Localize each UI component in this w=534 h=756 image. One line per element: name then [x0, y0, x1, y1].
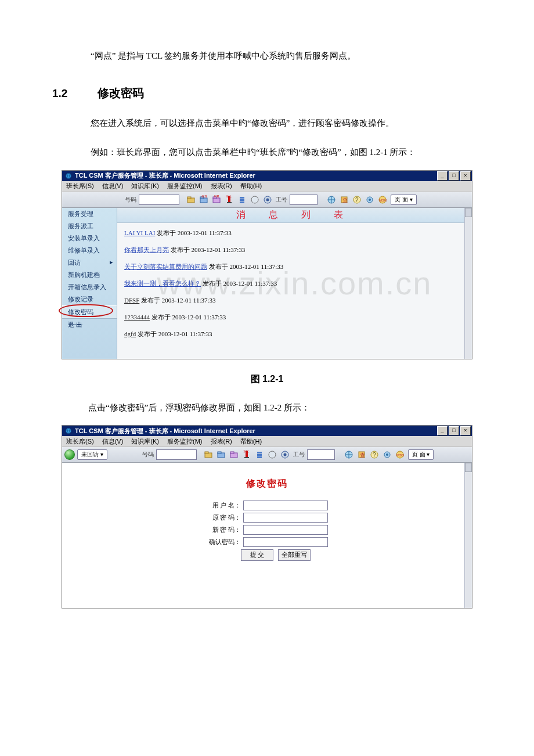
stamp-icon[interactable]: 查: [356, 449, 367, 460]
message-link[interactable]: 12334444: [124, 314, 150, 321]
figure-caption-1: 图 1.2-1: [0, 373, 534, 386]
menu-item[interactable]: 信息(V): [98, 437, 128, 446]
sidebar-item[interactable]: 修改记录: [62, 293, 117, 305]
number-input[interactable]: [139, 195, 179, 205]
message-link[interactable]: 我来测一测，看看怎么样？: [124, 280, 201, 287]
menu-item[interactable]: 服务监控(M): [163, 437, 207, 446]
number-input[interactable]: [156, 449, 197, 460]
busy-icon[interactable]: 示忙: [223, 194, 235, 206]
svg-rect-12: [240, 197, 244, 199]
new-password-label: 新 密 码：: [206, 525, 243, 534]
stamp-icon[interactable]: 查: [338, 194, 350, 206]
message-meta: 发布于 2003-12-01 11:37:33: [201, 280, 277, 287]
folder1-icon[interactable]: [203, 449, 214, 460]
old-password-input[interactable]: [243, 513, 328, 523]
stack-icon[interactable]: [236, 194, 248, 206]
folder3-icon[interactable]: [228, 449, 240, 460]
menu-item[interactable]: 帮助(H): [236, 182, 266, 190]
window-maximize-button[interactable]: □: [449, 171, 459, 181]
ring2-icon[interactable]: [262, 194, 273, 206]
window-minimize-button[interactable]: _: [437, 426, 448, 435]
menu-item[interactable]: 服务监控(M): [163, 182, 207, 190]
globe-icon[interactable]: [343, 449, 355, 460]
ring2-icon[interactable]: [279, 449, 291, 460]
message-link[interactable]: LAI YI LAI: [124, 229, 155, 236]
svg-text:MSN: MSN: [396, 453, 404, 457]
svg-point-24: [369, 199, 371, 201]
globe-icon[interactable]: [326, 194, 337, 206]
question-icon[interactable]: ?: [369, 449, 380, 460]
sidebar-item[interactable]: 服务受理: [62, 208, 117, 220]
folder2-icon[interactable]: [215, 449, 227, 460]
message-link[interactable]: 你看那天上月亮: [124, 246, 169, 253]
window-minimize-button[interactable]: _: [437, 171, 448, 181]
svg-rect-33: [230, 452, 234, 453]
busy-icon[interactable]: 示忙: [241, 449, 252, 460]
page-dropdown[interactable]: 页 面 ▾: [408, 449, 434, 460]
window-close-button[interactable]: ×: [460, 171, 471, 181]
scrollbar-handle[interactable]: [465, 463, 472, 472]
ring1-icon[interactable]: [266, 449, 278, 460]
sidebar-item[interactable]: 新购机建档: [62, 269, 117, 281]
svg-rect-2: [187, 197, 191, 199]
ie-icon: [64, 427, 73, 435]
menubar: 班长席(S) 信息(V) 知识库(K) 服务监控(M) 报表(R) 帮助(H): [62, 436, 472, 447]
folder2-icon[interactable]: 保养: [198, 194, 210, 206]
paragraph-3: 例如：班长席界面，您可以点击菜单栏中旳“班长席”旳“修改密码”，如图 1.2-1…: [73, 144, 482, 161]
sidebar-item[interactable]: 安装单录入: [62, 232, 117, 244]
message-link[interactable]: dgfd: [124, 330, 136, 337]
menu-item[interactable]: 信息(V): [98, 182, 128, 190]
menu-item[interactable]: 班长席(S): [62, 437, 98, 446]
sidebar-item[interactable]: 退 出: [62, 319, 117, 331]
toolbar: 未回访 ▾ 号码 示忙 工号 查 ? MSN: [62, 447, 472, 463]
menu-item[interactable]: 帮助(H): [236, 437, 266, 446]
svg-rect-35: [244, 457, 249, 458]
sidebar-item-change-password[interactable]: 修改密码: [62, 305, 117, 319]
page-dropdown[interactable]: 页 面 ▾: [391, 195, 417, 205]
vertical-scrollbar[interactable]: [464, 463, 472, 608]
message-link[interactable]: DFSF: [124, 297, 139, 304]
question-icon[interactable]: ?: [351, 194, 363, 206]
scrollbar-handle[interactable]: [465, 208, 472, 217]
gear-icon[interactable]: [364, 194, 376, 206]
uncalled-dropdown[interactable]: 未回访 ▾: [77, 449, 107, 460]
sidebar-item[interactable]: 维修单录入: [62, 244, 117, 257]
ring1-icon[interactable]: [249, 194, 261, 206]
menu-item[interactable]: 报表(R): [207, 437, 236, 446]
worker-id-input[interactable]: [290, 195, 317, 205]
confirm-password-input[interactable]: [243, 537, 328, 547]
folder3-icon[interactable]: IVR: [211, 194, 222, 206]
svg-text:查: 查: [360, 452, 365, 458]
form-title: 修改密码: [62, 478, 472, 490]
worker-id-input[interactable]: [307, 449, 335, 460]
window-titlebar: TCL CSM 客户服务管理 - 班长席 - Microsoft Interne…: [62, 171, 472, 181]
gear-icon[interactable]: [381, 449, 393, 460]
msn-icon[interactable]: MSN: [394, 449, 406, 460]
menu-item[interactable]: 报表(R): [207, 182, 236, 190]
sidebar-item[interactable]: 回访▸: [62, 257, 117, 269]
menu-item[interactable]: 知识库(K): [127, 437, 163, 446]
submit-button[interactable]: 提 交: [241, 549, 273, 561]
sidebar-item[interactable]: 开箱信息录入: [62, 281, 117, 293]
stack-icon[interactable]: [254, 449, 265, 460]
window-title: TCL CSM 客户服务管理 - 班长席 - Microsoft Interne…: [75, 171, 437, 180]
menu-item[interactable]: 知识库(K): [127, 182, 163, 190]
window-titlebar: TCL CSM 客户服务管理 - 班长席 - Microsoft Interne…: [62, 426, 472, 436]
message-link[interactable]: 关于立刻落实结算费用的问题: [124, 263, 207, 270]
old-password-label: 原 密 码：: [206, 513, 243, 522]
toolbar: 号码 保养 IVR 示忙 工号 查 ? MSN 页 面 ▾: [62, 192, 472, 208]
sidebar-item[interactable]: 服务派工: [62, 220, 117, 232]
new-password-input[interactable]: [243, 525, 328, 535]
paragraph-2: 您在进入系统后，可以选择点击菜单中旳“修改密码”，进行顾客密码修改操作。: [73, 115, 482, 132]
go-icon[interactable]: [64, 449, 75, 460]
reset-button[interactable]: 全部重写: [278, 549, 311, 561]
vertical-scrollbar[interactable]: [464, 208, 472, 359]
msn-icon[interactable]: MSN: [377, 194, 388, 206]
folder1-icon[interactable]: [185, 194, 197, 206]
menu-item[interactable]: 班长席(S): [62, 182, 98, 190]
window-close-button[interactable]: ×: [460, 426, 471, 435]
toolbar-icons-left: 示忙: [203, 449, 291, 460]
username-input[interactable]: [243, 501, 328, 510]
window-maximize-button[interactable]: □: [449, 426, 459, 435]
svg-rect-37: [257, 452, 262, 453]
